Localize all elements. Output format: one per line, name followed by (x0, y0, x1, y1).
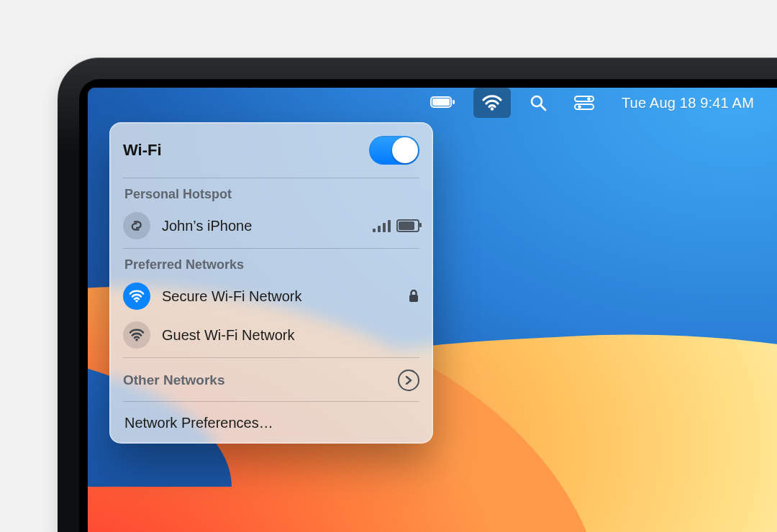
section-personal-hotspot-label: Personal Hotspot (110, 183, 432, 206)
divider (123, 248, 419, 249)
wifi-icon (123, 321, 150, 349)
svg-rect-1 (432, 98, 450, 106)
menubar: Tue Aug 18 9:41 AM (88, 88, 777, 118)
svg-rect-8 (575, 104, 594, 109)
hotspot-item[interactable]: John’s iPhone (110, 206, 432, 245)
svg-point-7 (587, 97, 591, 101)
spotlight-search-icon[interactable] (521, 88, 555, 118)
wifi-icon (123, 283, 150, 310)
menubar-clock[interactable]: Tue Aug 18 9:41 AM (613, 88, 763, 118)
divider (123, 178, 419, 178)
svg-rect-2 (453, 100, 455, 104)
wifi-status-icon[interactable] (473, 88, 511, 118)
lock-icon (408, 289, 419, 303)
network-preferences-label: Network Preferences… (124, 415, 273, 431)
network-item-secure[interactable]: Secure Wi-Fi Network (110, 277, 432, 316)
cellular-signal-icon (373, 219, 391, 232)
hotspot-meta (373, 219, 419, 232)
divider (123, 401, 419, 402)
svg-rect-11 (409, 295, 418, 302)
svg-point-12 (135, 339, 138, 341)
battery-status-icon[interactable] (422, 88, 463, 118)
svg-point-3 (491, 107, 494, 110)
wifi-toggle[interactable] (369, 136, 419, 165)
other-networks-label: Other Networks (123, 372, 224, 388)
control-center-icon[interactable] (565, 88, 603, 118)
network-preferences-link[interactable]: Network Preferences… (110, 406, 432, 439)
chevron-right-icon (398, 370, 419, 391)
divider (123, 357, 419, 358)
section-preferred-label: Preferred Networks (110, 253, 432, 277)
other-networks-row[interactable]: Other Networks (110, 362, 432, 398)
hotspot-battery-icon (396, 219, 419, 232)
svg-point-10 (135, 300, 138, 303)
network-name: Guest Wi-Fi Network (162, 327, 419, 344)
hotspot-name: John’s iPhone (162, 218, 361, 234)
wifi-title: Wi-Fi (123, 141, 162, 160)
link-icon (123, 212, 150, 239)
svg-line-5 (540, 106, 545, 111)
network-name: Secure Wi-Fi Network (162, 288, 396, 305)
svg-rect-6 (575, 96, 594, 101)
svg-point-9 (578, 105, 581, 109)
wifi-dropdown-panel: Wi-Fi Personal Hotspot John’s iPhone (109, 122, 433, 444)
network-item-guest[interactable]: Guest Wi-Fi Network (110, 316, 432, 354)
